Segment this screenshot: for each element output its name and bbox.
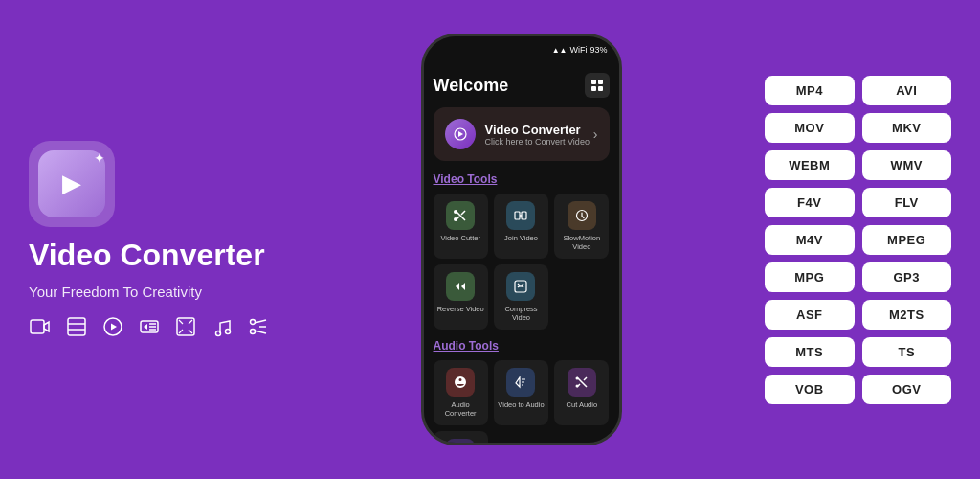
feature-icon-reverse (138, 315, 161, 338)
format-tag-wmv[interactable]: WMV (862, 150, 952, 180)
vc-card-text: Video Converter Click here to Convert Vi… (485, 123, 590, 147)
audio-tools-label: Audio Tools (434, 339, 610, 353)
compress-video-icon (506, 272, 535, 301)
tool-compress-video[interactable]: Compress Video (494, 264, 548, 330)
formats-grid: MP4AVIMOVMKVWEBMWMVF4VFLVM4VMPEGMPGGP3AS… (765, 76, 951, 404)
reverse-video-icon (446, 272, 475, 301)
tool-audio-converter[interactable]: Audio Converter (434, 360, 488, 425)
left-section: ▶ ✦ Video Converter Your Freedom To Crea… (29, 141, 278, 338)
svg-rect-19 (591, 86, 596, 91)
audio-converter-icon (446, 368, 475, 397)
screen-title: Welcome (434, 76, 509, 96)
svg-point-31 (575, 385, 578, 388)
tool-join-video[interactable]: Join Video (494, 194, 548, 259)
format-tag-f4v[interactable]: F4V (765, 188, 855, 217)
format-tag-ts[interactable]: TS (862, 337, 952, 367)
feature-icon-compress (174, 315, 197, 338)
status-icons: ▲▲ WiFi 93% (552, 45, 608, 55)
svg-line-14 (255, 320, 266, 323)
svg-rect-18 (598, 80, 603, 84)
signal-icon: ▲▲ (552, 46, 568, 55)
slow-motion-label: SlowMotion Video (558, 234, 605, 251)
format-tag-vob[interactable]: VOB (765, 375, 855, 404)
svg-point-11 (226, 330, 231, 334)
video-converter-card[interactable]: Video Converter Click here to Convert Vi… (434, 107, 610, 161)
format-tag-mov[interactable]: MOV (765, 113, 855, 143)
format-tag-gp3[interactable]: GP3 (862, 262, 952, 292)
format-tag-ogv[interactable]: OGV (862, 375, 952, 404)
screen-menu-button[interactable] (585, 73, 610, 98)
format-tag-mts[interactable]: MTS (765, 337, 855, 367)
format-tag-mkv[interactable]: MKV (862, 113, 952, 143)
video-to-audio-icon (506, 368, 535, 397)
video-cutter-icon (446, 201, 475, 230)
vc-arrow-icon: › (593, 126, 598, 142)
svg-point-10 (216, 331, 221, 336)
audio-tools-grid-2: Join Audio (434, 431, 610, 443)
formats-section: MP4AVIMOVMKVWEBMWMVF4VFLVM4VMPEGMPGGP3AS… (765, 76, 951, 404)
feature-icon-scissors (247, 315, 270, 338)
format-tag-avi[interactable]: AVI (862, 76, 952, 105)
tool-video-to-audio[interactable]: Video to Audio (494, 360, 548, 425)
tool-slow-motion[interactable]: SlowMotion Video (554, 194, 609, 259)
feature-icon-cut (65, 315, 88, 338)
format-tag-mpg[interactable]: MPG (765, 262, 855, 292)
cut-audio-label: Cut Audio (567, 400, 598, 409)
tool-reverse-video[interactable]: Reverse Video (434, 264, 488, 330)
wifi-icon: WiFi (569, 45, 587, 55)
cut-audio-icon (568, 368, 596, 397)
svg-line-15 (255, 331, 266, 333)
video-tools-grid: Video Cutter Join Video SlowMotion Video (434, 194, 610, 330)
status-bar: ▲▲ WiFi 93% (424, 36, 619, 63)
compress-video-label: Compress Video (498, 305, 545, 322)
video-to-audio-label: Video to Audio (498, 400, 544, 409)
vc-card-left: Video Converter Click here to Convert Vi… (445, 119, 590, 149)
audio-converter-label: Audio Converter (437, 400, 484, 418)
svg-point-23 (454, 217, 457, 221)
app-title: Video Converter (29, 239, 265, 272)
phone-section: ▲▲ WiFi 93% Welcome (421, 34, 622, 445)
svg-rect-24 (515, 212, 520, 219)
svg-rect-20 (598, 86, 603, 91)
tool-join-audio[interactable]: Join Audio (434, 431, 488, 443)
slow-motion-icon (568, 201, 596, 230)
svg-point-22 (454, 210, 457, 214)
vc-card-icon (445, 119, 476, 149)
svg-point-13 (251, 330, 256, 334)
audio-tools-grid: Audio Converter Video to Audio Cut Audio (434, 360, 610, 425)
phone-frame: ▲▲ WiFi 93% Welcome (421, 34, 622, 445)
join-audio-icon (446, 439, 475, 443)
screen-header: Welcome (434, 73, 610, 98)
format-tag-asf[interactable]: ASF (765, 300, 855, 330)
app-subtitle: Your Freedom To Creativity (29, 284, 202, 300)
svg-rect-1 (68, 318, 85, 335)
tool-cut-audio[interactable]: Cut Audio (554, 360, 609, 425)
video-cutter-label: Video Cutter (440, 234, 480, 242)
format-tag-webm[interactable]: WEBM (765, 150, 855, 180)
svg-rect-0 (31, 320, 44, 333)
app-logo: ▶ ✦ (29, 141, 115, 227)
format-tag-mpeg[interactable]: MPEG (862, 225, 952, 255)
logo-play-icon: ▶ (62, 169, 81, 198)
svg-point-30 (575, 377, 578, 380)
feature-icon-music (211, 315, 234, 338)
reverse-video-label: Reverse Video (437, 305, 484, 313)
join-video-label: Join Video (504, 234, 538, 242)
join-video-icon (506, 201, 535, 230)
feature-icon-video (29, 315, 52, 338)
battery-icon: 93% (590, 45, 607, 55)
format-tag-m4v[interactable]: M4V (765, 225, 855, 255)
phone-screen[interactable]: Welcome (424, 63, 619, 443)
video-tools-label: Video Tools (434, 172, 610, 186)
tool-video-cutter[interactable]: Video Cutter (434, 194, 488, 259)
logo-sparkle-icon: ✦ (94, 150, 105, 166)
feature-icon-play (101, 315, 124, 338)
svg-rect-17 (591, 80, 596, 84)
format-tag-mp4[interactable]: MP4 (765, 76, 855, 105)
format-tag-flv[interactable]: FLV (862, 188, 952, 217)
svg-rect-25 (522, 212, 526, 219)
feature-icons-row (29, 315, 270, 338)
format-tag-m2ts[interactable]: M2TS (862, 300, 952, 330)
svg-point-12 (251, 320, 256, 325)
